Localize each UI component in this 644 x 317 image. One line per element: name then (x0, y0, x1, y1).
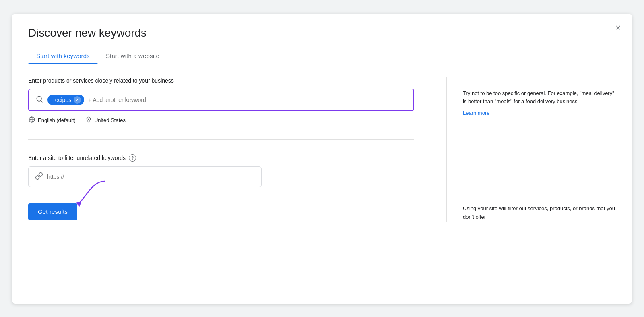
help-icon[interactable]: ? (129, 154, 136, 162)
location-selector[interactable]: United States (85, 116, 126, 125)
language-selector[interactable]: English (default) (28, 116, 76, 125)
learn-more-link[interactable]: Learn more (463, 110, 616, 116)
location-icon (85, 116, 92, 125)
svg-point-3 (88, 118, 89, 119)
location-label: United States (94, 117, 126, 123)
site-section-main: Enter a site to filter unrelated keyword… (28, 154, 414, 220)
site-hint-text: Using your site will filter out services… (463, 205, 616, 222)
chip-close-button[interactable]: × (74, 96, 81, 104)
add-keyword-input[interactable] (88, 97, 407, 103)
close-button[interactable]: × (614, 22, 622, 34)
keywords-hint: Try not to be too specific or general. F… (463, 89, 616, 116)
keywords-section-label: Enter products or services closely relat… (28, 77, 414, 84)
keyword-input-container[interactable]: recipes × (28, 89, 414, 111)
site-hint: Using your site will filter out services… (463, 205, 616, 222)
main-panel: Enter products or services closely relat… (28, 77, 430, 222)
arrow-icon (72, 179, 113, 207)
bottom-area: Get results (28, 203, 398, 220)
discover-keywords-modal: × Discover new keywords Start with keywo… (12, 14, 632, 304)
tab-start-with-keywords[interactable]: Start with keywords (28, 48, 98, 64)
svg-line-1 (41, 100, 43, 102)
keyword-chip: recipes × (47, 95, 84, 105)
site-section: Enter a site to filter unrelated keyword… (28, 154, 414, 220)
tabs-container: Start with keywords Start with a website (28, 48, 616, 64)
section-divider (28, 139, 414, 140)
tab-start-with-website[interactable]: Start with a website (98, 48, 167, 64)
tab-content: Enter products or services closely relat… (28, 77, 616, 222)
site-label-row: Enter a site to filter unrelated keyword… (28, 154, 398, 162)
site-input-container[interactable] (28, 166, 262, 187)
link-icon (35, 172, 43, 182)
search-icon (35, 95, 43, 105)
side-hints-panel: Try not to be too specific or general. F… (463, 77, 616, 222)
keywords-section: Enter products or services closely relat… (28, 77, 414, 125)
modal-title: Discover new keywords (28, 27, 616, 39)
keywords-hint-text: Try not to be too specific or general. F… (463, 89, 616, 106)
language-icon (28, 116, 35, 125)
site-section-label: Enter a site to filter unrelated keyword… (28, 155, 126, 161)
vertical-divider (446, 77, 447, 222)
locale-row: English (default) United States (28, 116, 414, 125)
get-results-button[interactable]: Get results (28, 203, 77, 220)
svg-point-0 (37, 96, 41, 101)
language-label: English (default) (38, 117, 76, 123)
